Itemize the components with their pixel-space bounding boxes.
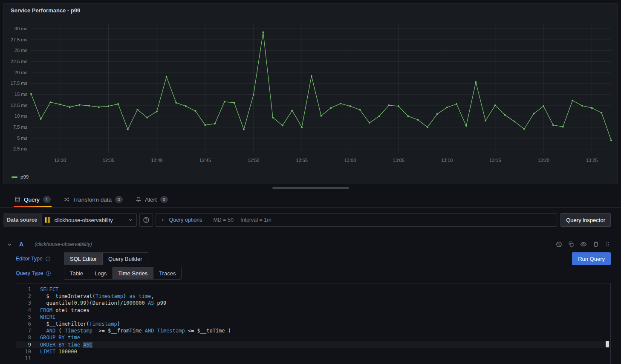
code-text[interactable]: AND ( Timestamp >= $__fromTime AND Times…: [40, 327, 231, 334]
code-text[interactable]: $__timeInterval(Timestamp) as time,: [40, 293, 154, 300]
tab-transform-data[interactable]: Transform data 0: [63, 192, 124, 207]
x-tick-label: 12:50: [248, 158, 260, 163]
tab-count-badge: 1: [43, 196, 51, 203]
code-text[interactable]: WHERE: [40, 314, 55, 321]
x-tick-label: 13:10: [441, 158, 453, 163]
query-type-label-wrap: Query Type: [16, 270, 64, 276]
y-tick-label: 25 ms: [14, 48, 27, 53]
editor-cursor-indicator: [606, 341, 609, 347]
query-type-logs[interactable]: Logs: [89, 267, 113, 279]
info-circle-icon[interactable]: [45, 256, 51, 262]
collapse-query-icon[interactable]: [7, 242, 12, 247]
legend-series-label[interactable]: p99: [20, 174, 29, 179]
editor-tabs-bar: Query 1 Transform data 0 Alert 0: [0, 192, 621, 208]
code-line[interactable]: 3 quantile(0.99)(Duration)/1000000 AS p9…: [16, 300, 610, 306]
query-ref-id[interactable]: A: [19, 241, 23, 248]
code-line[interactable]: 4FROM otel_traces: [16, 307, 610, 314]
x-tick-label: 13:00: [344, 158, 356, 163]
run-query-button[interactable]: Run Query: [572, 252, 611, 265]
query-type-traces[interactable]: Traces: [153, 267, 181, 279]
editor-type-sql-editor[interactable]: SQL Editor: [64, 253, 103, 265]
line-number: 2: [16, 293, 40, 300]
editor-type-row: Editor Type SQL Editor Query Builder Run…: [16, 252, 611, 265]
interval-value: Interval = 1m: [240, 217, 272, 223]
sql-code-editor[interactable]: 1SELECT2 $__timeInterval(Timestamp) as t…: [16, 283, 611, 364]
transform-icon: [64, 196, 69, 202]
y-tick-label: 12.5 ms: [11, 103, 28, 108]
hide-response-button[interactable]: [580, 241, 587, 248]
query-type-time-series[interactable]: Time Series: [113, 267, 153, 279]
legend-series-swatch: [12, 176, 17, 178]
editor-type-label-wrap: Editor Type: [16, 256, 64, 262]
tab-label: Alert: [145, 196, 157, 203]
x-tick-label: 13:25: [586, 158, 598, 163]
datasource-help-button[interactable]: [139, 213, 153, 227]
code-line[interactable]: 2 $__timeInterval(Timestamp) as time,: [16, 293, 610, 300]
code-line[interactable]: 1SELECT: [16, 286, 610, 293]
line-number: 4: [16, 307, 40, 314]
query-type-table[interactable]: Table: [64, 267, 89, 279]
datasource-select[interactable]: clickhouse-observability: [41, 213, 137, 227]
code-text[interactable]: FROM otel_traces: [40, 307, 90, 314]
tab-alert[interactable]: Alert 0: [135, 192, 169, 207]
code-text[interactable]: GROUP BY time: [40, 334, 80, 341]
series-p99[interactable]: [30, 32, 612, 142]
timeseries-panel: Service Performance - p99 2.5 ms5 ms7.5 …: [3, 3, 618, 184]
drag-handle[interactable]: [605, 241, 611, 247]
database-icon: [14, 196, 20, 202]
chevron-down-icon: [128, 217, 133, 222]
bell-icon: [136, 196, 142, 202]
line-number: 11: [16, 355, 40, 362]
code-line[interactable]: 6 $__timeFilter(Timestamp): [16, 321, 610, 327]
y-tick-label: 10 ms: [14, 113, 27, 118]
y-tick-label: 20 ms: [14, 70, 27, 75]
line-number: 8: [16, 334, 40, 341]
code-line[interactable]: 10LIMIT 100000: [16, 348, 610, 355]
y-tick-label: 17.5 ms: [11, 81, 28, 86]
query-type-row: Query Type Table Logs Time Series Traces: [16, 267, 611, 280]
code-text[interactable]: ORDER BY time ASC: [40, 341, 92, 348]
code-line[interactable]: 5WHERE: [16, 314, 610, 321]
y-tick-label: 5 ms: [17, 136, 27, 141]
y-tick-label: 15 ms: [14, 92, 27, 97]
query-inspector-button[interactable]: Query inspector: [560, 213, 611, 227]
tab-query[interactable]: Query 1: [14, 192, 52, 207]
line-number: 6: [16, 321, 40, 327]
y-tick-label: 7.5 ms: [13, 124, 28, 130]
code-text[interactable]: quantile(0.99)(Duration)/1000000 AS p99: [40, 300, 166, 306]
y-tick-label: 22.5 ms: [11, 59, 28, 64]
x-tick-label: 12:55: [296, 158, 308, 163]
editor-type-label: Editor Type: [16, 256, 43, 262]
info-circle-icon[interactable]: [46, 271, 51, 276]
clickhouse-logo-icon: [45, 217, 51, 223]
code-text[interactable]: SELECT: [40, 286, 58, 293]
max-data-points-value: MD = 50: [213, 217, 234, 223]
timeseries-chart[interactable]: 2.5 ms5 ms7.5 ms10 ms12.5 ms15 ms17.5 ms…: [4, 17, 617, 172]
panel-header[interactable]: Service Performance - p99: [4, 4, 617, 17]
editor-type-group: SQL Editor Query Builder: [64, 252, 148, 265]
query-type-label: Query Type: [16, 270, 43, 276]
remove-query-button[interactable]: [593, 241, 599, 247]
chart-area[interactable]: 2.5 ms5 ms7.5 ms10 ms12.5 ms15 ms17.5 ms…: [4, 17, 617, 173]
y-tick-label: 30 ms: [14, 26, 27, 31]
editor-type-query-builder[interactable]: Query Builder: [103, 253, 147, 265]
code-line[interactable]: 7 AND ( Timestamp >= $__fromTime AND Tim…: [16, 327, 610, 334]
line-number: 1: [16, 286, 40, 293]
query-options-toggle[interactable]: Query options MD = 50 Interval = 1m: [156, 213, 557, 227]
code-line[interactable]: 9ORDER BY time ASC: [16, 341, 610, 348]
code-line[interactable]: 11: [16, 355, 610, 362]
x-tick-label: 12:40: [151, 158, 163, 163]
query-options-label: Query options: [169, 217, 202, 223]
code-text[interactable]: LIMIT 100000: [40, 348, 77, 355]
code-lines[interactable]: 1SELECT2 $__timeInterval(Timestamp) as t…: [16, 286, 610, 362]
query-row-header[interactable]: A (clickhouse-observability): [3, 238, 611, 251]
y-tick-label: 2.5 ms: [13, 146, 28, 151]
panel-title: Service Performance - p99: [11, 7, 80, 14]
horizontal-scrollbar-thumb[interactable]: [272, 187, 349, 189]
duplicate-query-button[interactable]: [568, 241, 574, 247]
code-text[interactable]: $__timeFilter(Timestamp): [40, 321, 120, 327]
code-line[interactable]: 8GROUP BY time: [16, 334, 610, 341]
x-tick-label: 12:35: [103, 158, 115, 163]
chevron-right-icon: [160, 218, 165, 222]
disable-query-button[interactable]: [556, 241, 562, 248]
